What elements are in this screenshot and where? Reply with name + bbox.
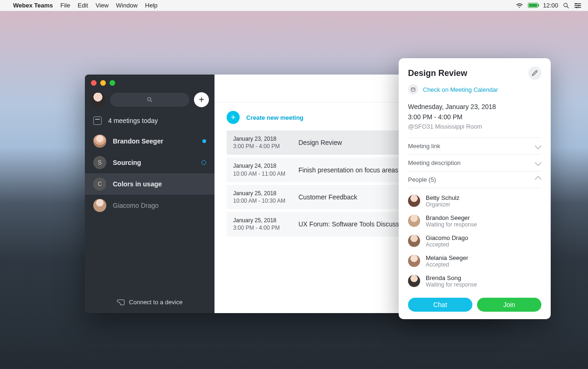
join-button[interactable]: Join — [477, 298, 541, 312]
avatar: S — [93, 156, 106, 169]
section-meeting-description[interactable]: Meeting description — [408, 155, 541, 171]
chevron-down-icon — [535, 143, 541, 149]
close-window-button[interactable] — [91, 80, 97, 86]
sidebar-item-giacomo-drago[interactable]: Giacomo Drago — [85, 195, 214, 216]
sidebar-item-brandon-seeger[interactable]: Brandon Seeger — [85, 130, 214, 152]
space-name: Colors in usage — [113, 180, 162, 188]
space-list: Brandon Seeger S Sourcing C Colors in us… — [85, 130, 214, 216]
add-button[interactable]: + — [194, 92, 209, 107]
menu-help[interactable]: Help — [145, 2, 158, 9]
sidebar-item-colors-in-usage[interactable]: C Colors in usage — [85, 173, 214, 195]
mention-indicator-icon — [201, 160, 206, 165]
spotlight-icon[interactable] — [563, 2, 569, 9]
svg-point-6 — [578, 5, 579, 6]
avatar — [408, 255, 420, 267]
meeting-detail-panel: Design Review Check on Meeting Calendar … — [399, 58, 551, 319]
minimize-window-button[interactable] — [100, 80, 106, 86]
calendar-small-icon — [408, 84, 418, 95]
plus-icon: + — [227, 111, 240, 124]
svg-line-1 — [567, 6, 569, 8]
desktop: Webex Teams File Edit View Window Help 1… — [0, 0, 588, 369]
avatar — [408, 235, 420, 247]
unread-indicator-icon — [202, 139, 206, 143]
people-list: Betty SchulzOrganizer Brandon SeegerWait… — [408, 188, 541, 291]
person-row[interactable]: Melania SeegerAccepted — [408, 251, 541, 271]
space-name: Brandon Seeger — [113, 137, 163, 145]
menubar-app-name[interactable]: Webex Teams — [13, 2, 53, 9]
person-row[interactable]: Brenda SongWaiting for response — [408, 271, 541, 291]
svg-line-9 — [151, 101, 152, 102]
menubar-clock[interactable]: 12:00 — [543, 2, 558, 9]
chevron-up-icon — [535, 176, 541, 183]
battery-icon[interactable] — [528, 3, 538, 8]
search-icon — [146, 96, 153, 103]
svg-point-7 — [576, 7, 577, 8]
control-center-icon[interactable] — [574, 3, 581, 8]
window-controls — [85, 75, 214, 86]
menu-view[interactable]: View — [96, 2, 109, 9]
connect-device-button[interactable]: Connect to a device — [85, 291, 214, 313]
detail-location: @SFO31 Mississippi Room — [408, 122, 541, 131]
edit-button[interactable] — [528, 67, 541, 80]
meeting-when: January 25, 2018 3:00 PM - 4:00 PM — [233, 217, 289, 232]
chat-button[interactable]: Chat — [408, 298, 472, 312]
calendar-icon — [93, 116, 102, 125]
zoom-window-button[interactable] — [110, 80, 115, 86]
space-name: Sourcing — [113, 159, 141, 166]
avatar — [408, 215, 420, 227]
avatar — [408, 275, 420, 287]
avatar — [93, 199, 106, 212]
section-people[interactable]: People (5) — [408, 171, 541, 188]
avatar — [408, 195, 420, 207]
calendar-link[interactable]: Check on Meeting Calendar — [423, 86, 498, 93]
meetings-today-row[interactable]: 4 meetings today — [85, 111, 214, 130]
avatar — [93, 135, 106, 148]
detail-date: Wednesday, January 23, 2018 — [408, 102, 541, 112]
menu-file[interactable]: File — [61, 2, 70, 9]
wifi-icon[interactable] — [516, 3, 523, 8]
sidebar: + 4 meetings today Brandon Seeger S Sour… — [85, 75, 214, 313]
detail-title: Design Review — [408, 68, 467, 78]
chevron-down-icon — [535, 159, 541, 166]
create-meeting-label: Create new meeting — [246, 114, 304, 121]
svg-point-5 — [575, 3, 576, 4]
sidebar-item-sourcing[interactable]: S Sourcing — [85, 152, 214, 173]
detail-time: 3:00 PM - 4:00 PM — [408, 112, 541, 123]
person-row[interactable]: Betty SchulzOrganizer — [408, 191, 541, 211]
svg-point-8 — [147, 97, 151, 101]
svg-rect-12 — [411, 88, 415, 92]
cast-icon — [117, 300, 125, 305]
space-name: Giacomo Drago — [113, 202, 159, 209]
macos-menubar: Webex Teams File Edit View Window Help 1… — [0, 0, 588, 11]
detail-meta: Wednesday, January 23, 2018 3:00 PM - 4:… — [408, 102, 541, 132]
sidebar-topbar: + — [85, 86, 214, 111]
meeting-title: Design Review — [298, 139, 342, 146]
section-meeting-link[interactable]: Meeting link — [408, 138, 541, 155]
user-avatar[interactable] — [90, 92, 105, 107]
meeting-when: January 23, 2018 3:00 PM - 4:00 PM — [233, 135, 289, 150]
search-input[interactable] — [110, 93, 189, 107]
meeting-title: UX Forum: Software Tools Discussion — [298, 220, 408, 228]
meeting-title: Customer Feedback — [298, 193, 357, 201]
meeting-when: January 24, 2018 10:00 AM - 11:00 AM — [233, 162, 289, 177]
menu-window[interactable]: Window — [116, 2, 138, 9]
connect-device-label: Connect to a device — [129, 299, 183, 306]
person-row[interactable]: Brandon SeegerWaiting for response — [408, 211, 541, 231]
avatar: C — [93, 178, 106, 191]
menu-edit[interactable]: Edit — [77, 2, 88, 9]
meeting-title: Finish presentation on focus areas — [298, 166, 398, 174]
meeting-when: January 25, 2018 10:00 AM - 10:30 AM — [233, 190, 289, 205]
person-row[interactable]: Giacomo DragoAccepted — [408, 231, 541, 251]
meetings-today-label: 4 meetings today — [108, 117, 158, 124]
pencil-icon — [532, 70, 538, 76]
